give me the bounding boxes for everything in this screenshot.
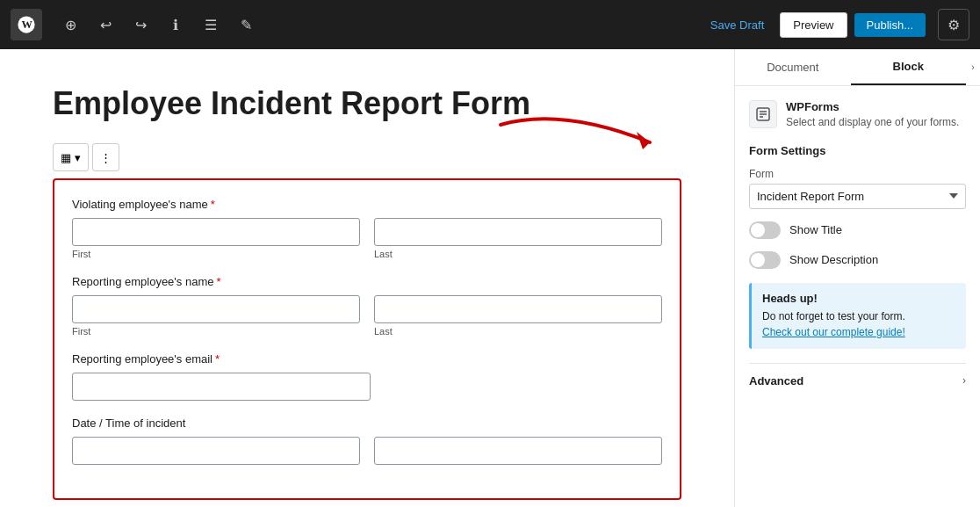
undo-button[interactable]: ↩	[91, 11, 119, 39]
form-select-label: Form	[749, 168, 966, 180]
field-violating-last-input[interactable]	[374, 218, 662, 246]
show-title-toggle[interactable]	[749, 221, 781, 239]
list-view-button[interactable]: ☰	[197, 11, 225, 39]
info-button[interactable]: ℹ	[162, 11, 190, 39]
advanced-section[interactable]: Advanced ›	[749, 363, 966, 387]
tab-document[interactable]: Document	[735, 49, 851, 85]
advanced-title: Advanced	[749, 374, 803, 387]
required-star: *	[211, 198, 215, 211]
editor-wrapper: Employee Incident Report Form ▦ ▾ ⋮ Viol…	[0, 49, 734, 507]
field-date-col	[72, 437, 360, 465]
field-time-input[interactable]	[374, 437, 662, 465]
save-draft-button[interactable]: Save Draft	[702, 13, 773, 37]
chevron-down-icon: ›	[962, 374, 966, 387]
publish-button[interactable]: Publish...	[854, 13, 926, 37]
field-date-time-row	[72, 437, 662, 465]
preview-button[interactable]: Preview	[780, 12, 847, 38]
form-settings-title: Form Settings	[749, 144, 966, 157]
editor-area: Employee Incident Report Form ▦ ▾ ⋮ Viol…	[0, 49, 734, 507]
block-toolbar: ▦ ▾ ⋮	[53, 143, 681, 171]
sidebar-tabs: Document Block ›	[735, 49, 980, 86]
right-sidebar: Document Block › WPForms Select and disp…	[734, 49, 980, 507]
post-title: Employee Incident Report Form	[53, 84, 681, 122]
show-description-row: Show Description	[749, 251, 966, 269]
show-description-label: Show Description	[789, 253, 878, 266]
field-time-col	[374, 437, 662, 465]
heads-up-link[interactable]: Check out our complete guide!	[762, 326, 905, 338]
field-reporting-first-col: First	[72, 295, 360, 337]
field-reporting-email: Reporting employee's email*	[72, 352, 662, 401]
field-reporting-last-input[interactable]	[374, 295, 662, 323]
field-violating-last-label: Last	[374, 249, 662, 259]
tab-block[interactable]: Block	[851, 49, 967, 85]
field-reporting-name-label: Reporting employee's name*	[72, 275, 662, 288]
wpforms-icon	[749, 100, 777, 128]
field-reporting-email-label: Reporting employee's email*	[72, 352, 662, 366]
field-reporting-name-row: First Last	[72, 295, 662, 337]
heads-up-text: Do not forget to test your form. Check o…	[762, 308, 955, 340]
block-type-icon: ▦	[61, 151, 71, 164]
show-title-row: Show Title	[749, 221, 966, 239]
main-layout: Employee Incident Report Form ▦ ▾ ⋮ Viol…	[0, 49, 980, 507]
chevron-icon: ▾	[75, 151, 81, 164]
field-violating-name-row: First Last	[72, 218, 662, 259]
field-violating-name: Violating employee's name* First Last	[72, 198, 662, 259]
field-reporting-first-label: First	[72, 326, 360, 337]
toolbar: W ⊕ ↩ ↪ ℹ ☰ ✎ Save Draft Preview Publish…	[0, 0, 980, 49]
field-reporting-last-label: Last	[374, 326, 662, 337]
field-violating-name-label: Violating employee's name*	[72, 198, 662, 211]
wpforms-icon-svg	[755, 106, 771, 122]
heads-up-box: Heads up! Do not forget to test your for…	[749, 283, 966, 349]
settings-button[interactable]: ⚙	[938, 9, 969, 40]
field-reporting-name: Reporting employee's name* First Last	[72, 275, 662, 337]
form-select[interactable]: Incident Report Form	[749, 184, 966, 209]
wpforms-name: WPForms	[786, 100, 959, 113]
sidebar-content: WPForms Select and display one of your f…	[735, 86, 980, 507]
svg-text:W: W	[22, 18, 33, 31]
wpforms-block-info: WPForms Select and display one of your f…	[749, 100, 966, 130]
add-block-button[interactable]: ⊕	[56, 11, 84, 39]
show-title-label: Show Title	[789, 223, 842, 236]
redo-button[interactable]: ↪	[126, 11, 155, 39]
required-star-3: *	[215, 352, 220, 366]
field-violating-last-col: Last	[374, 218, 662, 259]
wpforms-info: WPForms Select and display one of your f…	[786, 100, 959, 130]
required-star-2: *	[216, 275, 220, 288]
show-description-toggle[interactable]	[749, 251, 781, 269]
field-violating-first-label: First	[72, 249, 360, 259]
field-date-input[interactable]	[72, 437, 360, 465]
tools-button[interactable]: ✎	[232, 11, 260, 39]
block-more-options-button[interactable]: ⋮	[92, 143, 119, 171]
wp-logo: W	[11, 9, 42, 40]
field-reporting-email-input[interactable]	[72, 373, 371, 401]
field-violating-first-col: First	[72, 218, 360, 259]
wpforms-desc: Select and display one of your forms.	[786, 115, 959, 130]
field-reporting-last-col: Last	[374, 295, 662, 337]
field-violating-first-input[interactable]	[72, 218, 360, 246]
field-date-time-label: Date / Time of incident	[72, 416, 662, 430]
field-date-time: Date / Time of incident	[72, 416, 662, 465]
form-preview: Violating employee's name* First Last	[53, 178, 681, 500]
heads-up-title: Heads up!	[762, 292, 955, 305]
block-type-button[interactable]: ▦ ▾	[53, 143, 89, 171]
sidebar-collapse-button[interactable]: ›	[966, 49, 980, 85]
field-reporting-first-input[interactable]	[72, 295, 360, 323]
